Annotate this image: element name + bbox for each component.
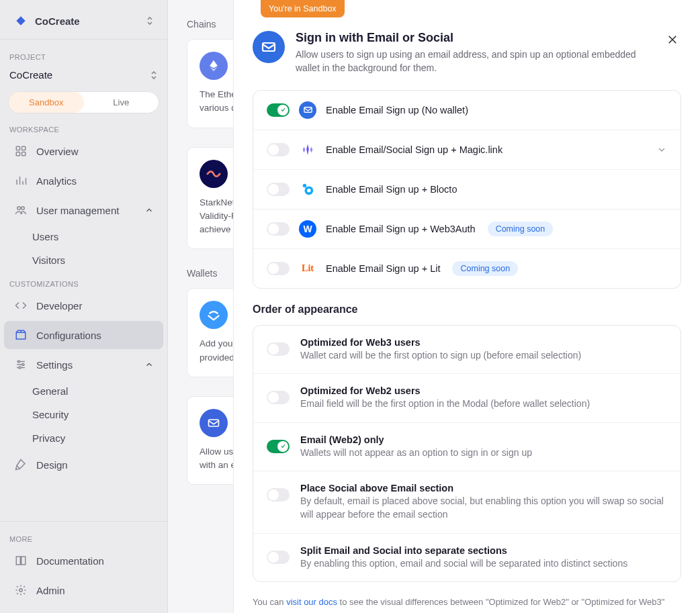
chart-icon (13, 173, 28, 188)
nav-privacy[interactable]: Privacy (0, 426, 167, 450)
appearance-title: Split Email and Social into separate sec… (300, 545, 627, 556)
toggle-web3[interactable] (267, 342, 290, 356)
sliders-icon (13, 357, 28, 372)
toggle-split[interactable] (267, 551, 290, 564)
svg-rect-14 (263, 43, 275, 51)
updown-icon (146, 16, 154, 26)
option-label: Enable Email Sign up (No wallet) (326, 105, 468, 115)
svg-point-17 (307, 189, 311, 193)
appearance-social-above: Place Social above Email section By defa… (253, 471, 681, 533)
svg-point-10 (19, 589, 23, 592)
signup-options: Enable Email Sign up (No wallet) Enable … (253, 90, 681, 289)
close-button[interactable] (664, 31, 681, 75)
nav-label: Overview (36, 146, 79, 157)
coming-soon-badge: Coming soon (452, 261, 518, 276)
app-switcher[interactable]: CoCreate (4, 8, 163, 34)
nav-admin[interactable]: Admin (4, 576, 163, 604)
section-more: MORE (0, 527, 167, 546)
env-live[interactable]: Live (84, 92, 159, 113)
toggle-email-only[interactable] (267, 440, 290, 453)
panel-title: Sign in with Email or Social (296, 31, 653, 45)
appearance-web3: Optimized for Web3 users Wallet card wil… (253, 326, 681, 375)
appearance-desc: Email field will be the first option in … (300, 397, 590, 411)
docs-link[interactable]: visit our docs (286, 597, 337, 607)
ethereum-icon (200, 52, 228, 80)
option-web3auth: W Enable Email Sign up + Web3Auth Coming… (253, 209, 681, 249)
option-magic: Enable Email/Social Sign up + Magic.link (253, 130, 681, 170)
nav-label: Analytics (36, 175, 77, 187)
sidebar: CoCreate PROJECT CoCreate Sandbox Live W… (0, 0, 168, 613)
nav-overview[interactable]: Overview (4, 137, 163, 165)
email-wallet-icon (200, 409, 228, 437)
nav-security[interactable]: Security (0, 403, 167, 426)
svg-point-9 (19, 367, 21, 369)
appearance-email-only: Email (Web2) only Wallets will not appea… (253, 423, 681, 472)
starknet-icon (200, 160, 228, 188)
sandbox-badge: You're in Sandbox (261, 0, 345, 17)
svg-rect-1 (16, 146, 19, 150)
nav-users[interactable]: Users (0, 225, 167, 248)
svg-point-7 (18, 361, 20, 363)
walletconnect-icon (200, 301, 228, 329)
svg-rect-3 (16, 152, 19, 156)
users-icon (13, 203, 28, 218)
nav-label: Design (36, 459, 68, 471)
nav-analytics[interactable]: Analytics (4, 167, 163, 195)
svg-rect-4 (22, 152, 26, 156)
svg-marker-0 (16, 16, 25, 25)
appearance-web2: Optimized for Web2 users Email field wil… (253, 374, 681, 423)
chevron-down-icon[interactable] (656, 144, 667, 155)
toggle-web2[interactable] (267, 391, 290, 404)
nav-settings[interactable]: Settings (4, 350, 163, 379)
nav-label: User management (36, 205, 119, 216)
toggle-magic[interactable] (267, 143, 290, 156)
nav-general[interactable]: General (0, 379, 167, 403)
nav-label: Documentation (36, 555, 104, 567)
nav-label: Settings (36, 359, 73, 371)
env-sandbox[interactable]: Sandbox (9, 92, 84, 113)
appearance-desc: Wallets will not appear as an option to … (300, 446, 532, 460)
section-project: PROJECT (0, 45, 167, 64)
appearance-desc: By default, email is placed above social… (300, 495, 667, 521)
web3auth-icon: W (299, 220, 316, 238)
nav-configurations[interactable]: Configurations (4, 321, 163, 349)
nav-visitors[interactable]: Visitors (0, 248, 167, 272)
nav-documentation[interactable]: Documentation (4, 547, 163, 575)
env-toggle[interactable]: Sandbox Live (8, 91, 159, 113)
option-email-nowallet: Enable Email Sign up (No wallet) (253, 91, 681, 130)
app-name: CoCreate (35, 15, 80, 27)
nav-label: Configurations (36, 330, 101, 341)
nav-design[interactable]: Design (4, 451, 163, 479)
toggle-email-nowallet[interactable] (267, 103, 290, 117)
toggle-lit[interactable] (267, 262, 290, 275)
coming-soon-badge: Coming soon (488, 222, 554, 236)
toggle-social-above[interactable] (267, 488, 290, 502)
svg-point-6 (21, 207, 25, 210)
nav-user-management[interactable]: User management (4, 196, 163, 224)
appearance-title: Place Social above Email section (300, 483, 667, 493)
appearance-heading: Order of appearance (253, 303, 681, 316)
section-customizations: CUSTOMIZATIONS (0, 272, 167, 291)
nav-label: Developer (36, 300, 82, 312)
panel-subtitle: Allow users to sign up using an email ad… (296, 48, 653, 75)
footer-note: You can visit our docs to see the visual… (253, 597, 681, 607)
nav-developer[interactable]: Developer (4, 291, 163, 320)
foot-text: to see the visual differences between "O… (337, 597, 664, 607)
blocto-icon (299, 181, 316, 198)
paint-icon (13, 457, 28, 472)
toggle-web3auth[interactable] (267, 222, 290, 236)
updown-icon (150, 70, 158, 80)
svg-rect-15 (304, 107, 311, 113)
option-label: Enable Email Sign up + Web3Auth (326, 224, 476, 234)
toggle-blocto[interactable] (267, 183, 290, 196)
option-lit: Lit Enable Email Sign up + Lit Coming so… (253, 249, 681, 288)
lit-icon: Lit (299, 260, 316, 277)
svg-marker-11 (210, 60, 218, 68)
svg-rect-13 (209, 420, 219, 426)
option-blocto: Enable Email Sign up + Blocto (253, 170, 681, 209)
mail-icon (299, 101, 316, 119)
svg-point-18 (303, 183, 307, 187)
appearance-options: Optimized for Web3 users Wallet card wil… (253, 325, 681, 583)
appearance-split: Split Email and Social into separate sec… (253, 534, 681, 582)
project-selector[interactable]: CoCreate (0, 64, 167, 86)
